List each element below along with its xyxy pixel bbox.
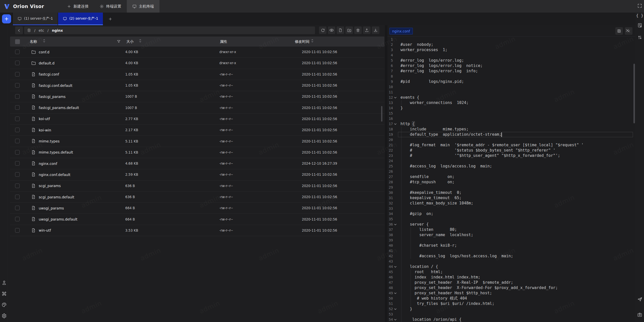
code-line[interactable]: 45 root html;	[387, 269, 635, 275]
settings-gear-icon[interactable]	[1, 313, 7, 318]
menu-host-terminal[interactable]: 主机终端	[127, 0, 159, 13]
code-line[interactable]: 18 include mime.types;	[387, 127, 635, 132]
code-line[interactable]: 14 }	[387, 105, 635, 111]
upload-button[interactable]	[363, 26, 371, 34]
code-line[interactable]: 47 proxy_set_header X-Real-IP $remote_ad…	[387, 280, 635, 285]
table-row[interactable]: fastcgi_params 1007 B -rw-r--r-- 2020-11…	[10, 91, 384, 102]
row-checkbox[interactable]	[15, 83, 20, 88]
code-line[interactable]: 29	[387, 185, 635, 190]
row-checkbox[interactable]	[15, 184, 20, 188]
row-checkbox[interactable]	[15, 217, 20, 221]
breadcrumb[interactable]: / etc / nginx	[24, 26, 315, 34]
code-line[interactable]: 22 # '$status $body_bytes_sent "$http_re…	[387, 148, 635, 153]
table-row[interactable]: nginx.conf 4.68 KB -rw-r--r-- 2024-12-10…	[10, 158, 384, 169]
code-line[interactable]: 38 server_name localhost;	[387, 232, 635, 238]
code-line[interactable]: 28 #tcp_nopush on;	[387, 180, 635, 185]
file-name[interactable]: koi-utf	[39, 114, 50, 124]
send-command-icon[interactable]	[635, 297, 644, 302]
code-line[interactable]: 53	[387, 312, 635, 317]
code-line[interactable]: 30 #keepalive_timeout 0;	[387, 190, 635, 195]
download-button[interactable]	[372, 26, 379, 34]
file-name[interactable]: koi-win	[39, 125, 51, 135]
select-all-checkbox[interactable]	[15, 37, 20, 47]
table-row[interactable]: scgi_params 636 B -rw-r--r-- 2020-11-01 …	[10, 181, 384, 192]
row-checkbox[interactable]	[15, 195, 20, 199]
code-line[interactable]: 19 default_type application/octet-stream…	[387, 132, 635, 137]
file-name[interactable]: uwsgi_params.default	[39, 214, 77, 225]
menu-new-connection[interactable]: 新建连接	[61, 0, 94, 13]
table-row[interactable]: scgi_params.default 636 B -rw-r--r-- 202…	[10, 192, 384, 203]
code-line[interactable]: 24	[387, 158, 635, 164]
row-checkbox[interactable]	[15, 172, 20, 177]
screenshot-camera-icon[interactable]	[635, 312, 644, 317]
code-line[interactable]: 6 #error_log logs/error.log notice;	[387, 63, 635, 68]
sort-transfer-icon[interactable]	[635, 35, 644, 40]
code-line[interactable]: 21 #log_format main '$remote_addr - $rem…	[387, 142, 635, 148]
table-row[interactable]: uwsgi_params.default 664 B -rw-r--r-- 20…	[10, 214, 384, 225]
row-checkbox[interactable]	[15, 228, 20, 233]
code-line[interactable]: 35	[387, 217, 635, 222]
code-line[interactable]: 17 http {	[387, 121, 635, 127]
file-name[interactable]: scgi_params	[39, 181, 61, 191]
table-row[interactable]: nginx.conf.default 2.59 KB -rw-r--r-- 20…	[10, 169, 384, 180]
table-scrollbar[interactable]	[381, 106, 382, 122]
file-name[interactable]: mime.types.default	[39, 147, 73, 158]
delete-trash-button[interactable]	[354, 26, 362, 34]
row-checkbox[interactable]	[15, 139, 20, 143]
code-line[interactable]: 49 proxy_set_header Host $http_host;	[387, 291, 635, 296]
file-name[interactable]: win-utf	[39, 225, 51, 236]
file-name[interactable]: fastcgi.conf.default	[39, 80, 72, 91]
table-row[interactable]: win-utf 3.53 KB -rw-r--r-- 2020-11-01 10…	[10, 225, 384, 236]
preview-eye-button[interactable]	[328, 26, 335, 34]
code-line[interactable]: 41	[387, 248, 635, 254]
menu-terminal-settings[interactable]: 终端设置	[94, 0, 127, 13]
row-checkbox[interactable]	[15, 105, 20, 110]
table-row[interactable]: fastcgi_params.default 1007 B -rw-r--r--…	[10, 102, 384, 113]
filter-icon[interactable]	[117, 37, 121, 47]
fold-chevron-icon[interactable]	[394, 265, 397, 268]
close-panel-icon[interactable]	[624, 27, 630, 33]
code-line[interactable]: 43	[387, 259, 635, 264]
fold-chevron-icon[interactable]	[394, 292, 397, 295]
column-header-size[interactable]: 大小	[126, 37, 134, 47]
code-line[interactable]: 44 location / {	[387, 264, 635, 269]
column-header-name[interactable]: 名称	[30, 37, 37, 47]
code-line[interactable]: 23 # '"$http_user_agent" "$http_x_forwar…	[387, 153, 635, 158]
code-line[interactable]: 12 events {	[387, 95, 635, 100]
row-checkbox[interactable]	[15, 161, 20, 166]
breadcrumb-segment-etc[interactable]: etc	[39, 28, 44, 32]
code-line[interactable]: 10	[387, 84, 635, 90]
column-header-mtime[interactable]: 修改时间	[295, 37, 309, 47]
fold-chevron-icon[interactable]	[394, 96, 397, 99]
table-row[interactable]: uwsgi_params 664 B -rw-r--r-- 2020-11-01…	[10, 203, 384, 214]
code-line[interactable]: 5 #error_log logs/error.log;	[387, 58, 635, 63]
file-name[interactable]: default.d	[39, 58, 55, 68]
theme-palette-icon[interactable]	[1, 302, 7, 307]
code-line[interactable]: 3 worker_processes 1;	[387, 47, 635, 53]
row-checkbox[interactable]	[15, 72, 20, 77]
fold-chevron-icon[interactable]	[394, 122, 397, 126]
table-row[interactable]: koi-win 2.17 KB -rw-r--r-- 2020-11-01 10…	[10, 125, 384, 136]
table-row[interactable]: conf.d 4.00 KB drwxr-xr-x 2020-11-01 10:…	[10, 47, 384, 58]
file-name[interactable]: scgi_params.default	[39, 192, 74, 202]
row-checkbox[interactable]	[15, 117, 20, 121]
fold-chevron-icon[interactable]	[394, 318, 397, 321]
table-row[interactable]: fastcgi.conf.default 1.05 KB -rw-r--r-- …	[10, 80, 384, 91]
save-icon[interactable]	[615, 27, 623, 35]
code-line[interactable]: 7 #error_log logs/error.log info;	[387, 68, 635, 74]
command-icon[interactable]	[1, 291, 7, 296]
code-line[interactable]: 26	[387, 169, 635, 174]
new-folder-button[interactable]	[345, 26, 353, 34]
code-line[interactable]: 40 #charset koi8-r;	[387, 243, 635, 248]
script-doc-icon[interactable]	[635, 23, 644, 28]
code-line[interactable]: 50 # web history 模式 404	[387, 296, 635, 301]
fold-chevron-icon[interactable]	[394, 307, 397, 311]
open-file-tag[interactable]: nginx.conf	[389, 28, 413, 34]
code-line[interactable]: 8	[387, 74, 635, 79]
code-line[interactable]: 2 #user nobody;	[387, 42, 635, 47]
code-line[interactable]: 51 try_files $uri $uri/ /index.html;	[387, 301, 635, 306]
file-name[interactable]: mime.types	[39, 136, 60, 147]
code-line[interactable]: 42 #access_log logs/host.access.log main…	[387, 254, 635, 259]
file-name[interactable]: fastcgi_params	[39, 91, 66, 102]
code-line[interactable]: 33	[387, 206, 635, 211]
